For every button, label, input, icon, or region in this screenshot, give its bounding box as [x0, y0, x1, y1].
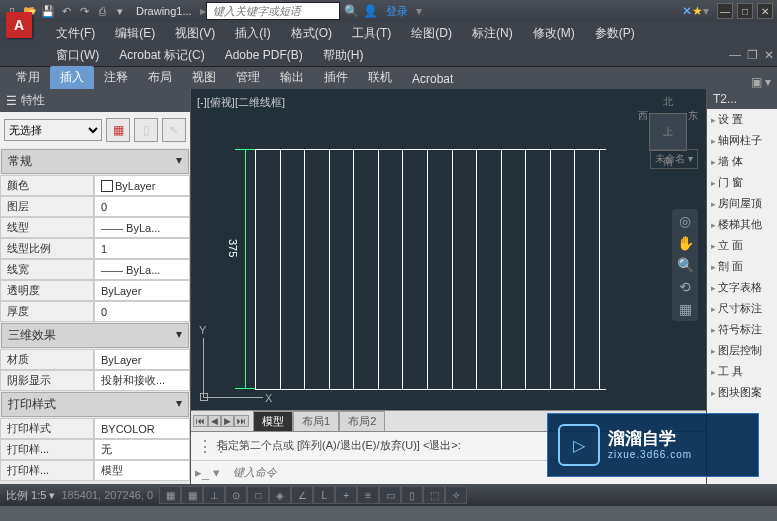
palette-item[interactable]: 轴网柱子 — [707, 130, 777, 151]
doc-minimize-icon[interactable]: — — [726, 48, 744, 62]
palette-item[interactable]: 门 窗 — [707, 172, 777, 193]
ortho-toggle[interactable]: ⊥ — [203, 486, 225, 504]
tab-manage[interactable]: 管理 — [226, 66, 270, 89]
menu-edit[interactable]: 编辑(E) — [105, 25, 165, 42]
tab-first-icon[interactable]: ⏮ — [193, 415, 208, 427]
pickadd-button[interactable]: ▯ — [134, 118, 158, 142]
tab-plugins[interactable]: 插件 — [314, 66, 358, 89]
menu-params[interactable]: 参数(P) — [585, 25, 645, 42]
prop-transparency-value[interactable]: ByLayer — [94, 280, 190, 301]
tab-prev-icon[interactable]: ◀ — [208, 415, 221, 427]
selectobj-button[interactable]: ↖ — [162, 118, 186, 142]
steering-wheel-icon[interactable]: ◎ — [679, 213, 691, 229]
qp-toggle[interactable]: ▯ — [401, 486, 423, 504]
pan-icon[interactable]: ✋ — [677, 235, 694, 251]
maximize-button[interactable]: □ — [737, 3, 753, 19]
prop-material-value[interactable]: ByLayer — [94, 349, 190, 370]
tab-layout1[interactable]: 布局1 — [293, 411, 339, 432]
help-dropdown-icon[interactable]: ▾ — [703, 4, 709, 18]
tab-next-icon[interactable]: ▶ — [221, 415, 234, 427]
prop-shadow-value[interactable]: 投射和接收... — [94, 370, 190, 391]
palette-item[interactable]: 图块图案 — [707, 382, 777, 403]
minimize-button[interactable]: — — [717, 3, 733, 19]
menu-adobepdf[interactable]: Adobe PDF(B) — [215, 48, 313, 62]
palette-item[interactable]: 符号标注 — [707, 319, 777, 340]
otrack-toggle[interactable]: ∠ — [291, 486, 313, 504]
search-icon[interactable]: 🔍 — [344, 4, 359, 18]
recent-commands-icon[interactable]: ▾ — [213, 465, 231, 480]
palette-item[interactable]: 立 面 — [707, 235, 777, 256]
tab-home[interactable]: 常用 — [6, 66, 50, 89]
prop-linetype-value[interactable]: —— ByLa... — [94, 217, 190, 238]
palette-item[interactable]: 剖 面 — [707, 256, 777, 277]
palette-item[interactable]: 工 具 — [707, 361, 777, 382]
print-icon[interactable]: ⎙ — [94, 3, 110, 19]
drawing-canvas[interactable]: [-][俯视][二维线框] 375 XY 北 西上东 — [191, 89, 706, 410]
palette-item[interactable]: 设 置 — [707, 109, 777, 130]
save-icon[interactable]: 💾 — [40, 3, 56, 19]
prop-plotstyle3-value[interactable]: 模型 — [94, 460, 190, 481]
palette-item[interactable]: 房间屋顶 — [707, 193, 777, 214]
prop-thickness-value[interactable]: 0 — [94, 301, 190, 322]
dropdown-icon[interactable]: ▾ — [416, 4, 422, 18]
polar-toggle[interactable]: ⊙ — [225, 486, 247, 504]
tab-model[interactable]: 模型 — [253, 411, 293, 432]
cmdline-grip-icon[interactable]: ⋮⋮ — [197, 437, 215, 455]
palette-item[interactable]: 楼梯其他 — [707, 214, 777, 235]
dyn-toggle[interactable]: + — [335, 486, 357, 504]
menu-insert[interactable]: 插入(I) — [225, 25, 280, 42]
grid-toggle[interactable]: ▦ — [181, 486, 203, 504]
menu-file[interactable]: 文件(F) — [46, 25, 105, 42]
am-toggle[interactable]: ✧ — [445, 486, 467, 504]
menu-help[interactable]: 帮助(H) — [313, 47, 374, 64]
user-icon[interactable]: 👤 — [363, 4, 378, 18]
tab-insert[interactable]: 插入 — [50, 66, 94, 89]
undo-icon[interactable]: ↶ — [58, 3, 74, 19]
prop-plotstyle-value[interactable]: BYCOLOR — [94, 418, 190, 439]
menu-tools[interactable]: 工具(T) — [342, 25, 401, 42]
orbit-icon[interactable]: ⟲ — [679, 279, 691, 295]
tab-acrobat[interactable]: Acrobat — [402, 69, 463, 89]
zoom-extents-icon[interactable]: 🔍 — [677, 257, 694, 273]
section-3d[interactable]: 三维效果▾ — [1, 323, 189, 348]
help-search-input[interactable] — [206, 2, 340, 20]
ducs-toggle[interactable]: L — [313, 486, 335, 504]
anno-scale[interactable]: 比例 1:5 ▾ — [6, 488, 55, 503]
tab-layout2[interactable]: 布局2 — [339, 411, 385, 432]
prop-plotstyle2-value[interactable]: 无 — [94, 439, 190, 460]
palette-item[interactable]: 墙 体 — [707, 151, 777, 172]
menu-acrobat[interactable]: Acrobat 标记(C) — [109, 47, 214, 64]
ucs-icon[interactable]: XY — [203, 328, 273, 398]
star-icon[interactable]: ★ — [692, 4, 703, 18]
palette-item[interactable]: 尺寸标注 — [707, 298, 777, 319]
qat-dropdown-icon[interactable]: ▾ — [112, 3, 128, 19]
selection-dropdown[interactable]: 无选择 — [4, 119, 102, 141]
palette-item[interactable]: 文字表格 — [707, 277, 777, 298]
tab-layout[interactable]: 布局 — [138, 66, 182, 89]
tab-output[interactable]: 输出 — [270, 66, 314, 89]
tab-last-icon[interactable]: ⏭ — [234, 415, 249, 427]
prop-color-value[interactable]: ByLayer — [94, 175, 190, 196]
tab-online[interactable]: 联机 — [358, 66, 402, 89]
tab-annotate[interactable]: 注释 — [94, 66, 138, 89]
showmotion-icon[interactable]: ▦ — [679, 301, 692, 317]
redo-icon[interactable]: ↷ — [76, 3, 92, 19]
menu-view[interactable]: 视图(V) — [165, 25, 225, 42]
sc-toggle[interactable]: ⬚ — [423, 486, 445, 504]
viewport-label[interactable]: [-][俯视][二维线框] — [197, 95, 285, 110]
tpy-toggle[interactable]: ▭ — [379, 486, 401, 504]
menu-window[interactable]: 窗口(W) — [46, 47, 109, 64]
palette-item[interactable]: 图层控制 — [707, 340, 777, 361]
menu-modify[interactable]: 修改(M) — [523, 25, 585, 42]
menu-draw[interactable]: 绘图(D) — [401, 25, 462, 42]
ribbon-expand-icon[interactable]: ▣ ▾ — [745, 75, 777, 89]
doc-restore-icon[interactable]: ❐ — [744, 48, 761, 62]
close-button[interactable]: ✕ — [757, 3, 773, 19]
3dosnap-toggle[interactable]: ◈ — [269, 486, 291, 504]
prop-ltscale-value[interactable]: 1 — [94, 238, 190, 259]
view-name-dropdown[interactable]: 未命名 ▾ — [650, 149, 698, 169]
menu-format[interactable]: 格式(O) — [281, 25, 342, 42]
app-logo[interactable]: A — [6, 12, 32, 38]
section-plot[interactable]: 打印样式▾ — [1, 392, 189, 417]
exchange-icon[interactable]: ✕ — [682, 4, 692, 18]
